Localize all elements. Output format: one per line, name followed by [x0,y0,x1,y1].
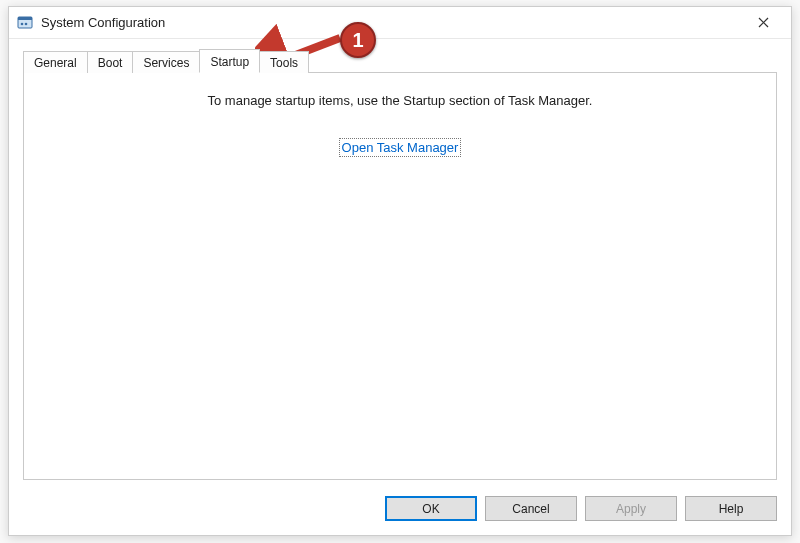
startup-tab-panel: To manage startup items, use the Startup… [23,72,777,480]
svg-point-3 [25,22,28,25]
cancel-button[interactable]: Cancel [485,496,577,521]
window-title: System Configuration [41,15,743,30]
startup-message: To manage startup items, use the Startup… [24,93,776,108]
open-task-manager-link[interactable]: Open Task Manager [339,138,462,157]
dialog-button-row: OK Cancel Apply Help [385,496,777,521]
svg-rect-1 [18,17,32,20]
tab-general[interactable]: General [23,51,88,73]
apply-button: Apply [585,496,677,521]
close-button[interactable] [743,7,783,39]
titlebar: System Configuration [9,7,791,39]
ok-button[interactable]: OK [385,496,477,521]
help-button[interactable]: Help [685,496,777,521]
tab-tools[interactable]: Tools [259,51,309,73]
system-configuration-window: System Configuration General Boot Servic… [8,6,792,536]
tab-services[interactable]: Services [132,51,200,73]
tab-startup[interactable]: Startup [199,49,260,73]
tab-strip: General Boot Services Startup Tools [23,49,777,73]
close-icon [758,17,769,28]
client-area: General Boot Services Startup Tools To m… [9,39,791,535]
msconfig-icon [17,15,33,31]
tab-boot[interactable]: Boot [87,51,134,73]
svg-point-2 [21,22,24,25]
